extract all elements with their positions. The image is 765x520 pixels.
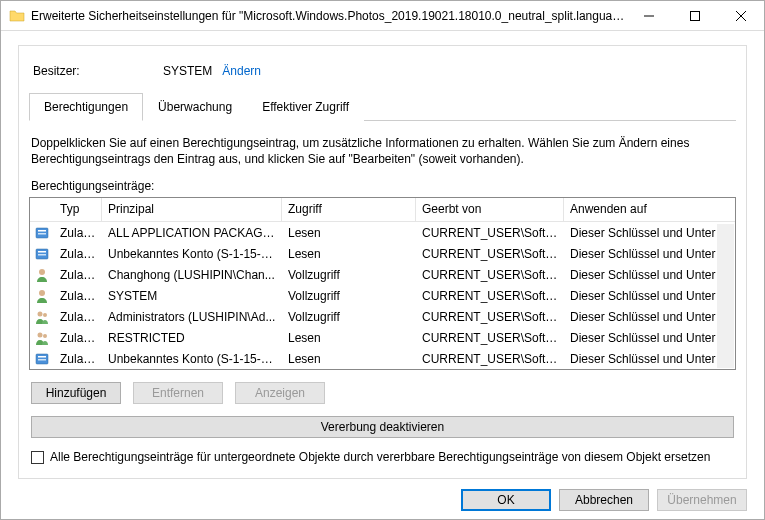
disable-inheritance-button[interactable]: Vererbung deaktivieren [31, 416, 734, 438]
cell-inherited: CURRENT_USER\Softw... [416, 287, 564, 305]
cell-inherited: CURRENT_USER\Softw... [416, 329, 564, 347]
ok-button[interactable]: OK [461, 489, 551, 511]
column-header-type[interactable]: Typ [54, 198, 102, 221]
cell-type: Zulas... [54, 245, 102, 263]
replace-children-checkbox[interactable] [31, 451, 44, 464]
table-row[interactable]: Zulas...ALL APPLICATION PACKAGESLesenCUR… [30, 222, 735, 243]
column-header-access[interactable]: Zugriff [282, 198, 416, 221]
cell-type: Zulas... [54, 350, 102, 368]
svg-point-13 [43, 313, 47, 317]
cell-inherited: CURRENT_USER\Softw... [416, 245, 564, 263]
svg-point-10 [39, 269, 45, 275]
cell-applies: Dieser Schlüssel und Unterschl... [564, 245, 735, 263]
table-row[interactable]: Zulas...Changhong (LUSHIPIN\Chan...Vollz… [30, 264, 735, 285]
cell-principal: SYSTEM [102, 287, 282, 305]
svg-rect-6 [38, 233, 46, 235]
cell-access: Lesen [282, 224, 416, 242]
instructions-text: Doppelklicken Sie auf einen Berechtigung… [31, 135, 734, 167]
tab-auditing[interactable]: Überwachung [143, 93, 247, 121]
remove-button: Entfernen [133, 382, 223, 404]
cell-type: Zulas... [54, 329, 102, 347]
cell-access: Lesen [282, 350, 416, 368]
cell-access: Vollzugriff [282, 287, 416, 305]
cell-type: Zulas... [54, 308, 102, 326]
close-button[interactable] [718, 1, 764, 31]
minimize-button[interactable] [626, 1, 672, 31]
table-row[interactable]: Zulas...Unbekanntes Konto (S-1-15-3...Le… [30, 348, 735, 369]
svg-rect-5 [38, 230, 46, 232]
cell-access: Lesen [282, 245, 416, 263]
svg-rect-8 [38, 251, 46, 253]
svg-point-15 [43, 334, 47, 338]
owner-change-link[interactable]: Ändern [222, 64, 261, 78]
tab-permissions[interactable]: Berechtigungen [29, 93, 143, 121]
maximize-button[interactable] [672, 1, 718, 31]
owner-label: Besitzer: [33, 64, 163, 78]
cell-principal: Changhong (LUSHIPIN\Chan... [102, 266, 282, 284]
column-header-applies[interactable]: Anwenden auf [564, 198, 735, 221]
cancel-button[interactable]: Abbrechen [559, 489, 649, 511]
svg-point-14 [38, 332, 43, 337]
table-row[interactable]: Zulas...Unbekanntes Konto (S-1-15-3...Le… [30, 243, 735, 264]
cell-applies: Dieser Schlüssel und Unterschl... [564, 224, 735, 242]
svg-rect-1 [691, 11, 700, 20]
security-settings-window: Erweiterte Sicherheitseinstellungen für … [0, 0, 765, 520]
cell-type: Zulas... [54, 287, 102, 305]
svg-rect-18 [38, 359, 46, 361]
principal-icon [30, 246, 54, 262]
tabs: Berechtigungen Überwachung Effektiver Zu… [29, 92, 736, 121]
titlebar: Erweiterte Sicherheitseinstellungen für … [1, 1, 764, 31]
table-row[interactable]: Zulas...Administrators (LUSHIPIN\Ad...Vo… [30, 306, 735, 327]
svg-rect-9 [38, 254, 46, 256]
cell-access: Vollzugriff [282, 266, 416, 284]
principal-icon [30, 288, 54, 304]
table-row[interactable]: Zulas...RESTRICTEDLesenCURRENT_USER\Soft… [30, 327, 735, 348]
principal-icon [30, 330, 54, 346]
view-button: Anzeigen [235, 382, 325, 404]
window-title: Erweiterte Sicherheitseinstellungen für … [31, 9, 626, 23]
svg-point-12 [38, 311, 43, 316]
tab-effective-access[interactable]: Effektiver Zugriff [247, 93, 364, 121]
cell-access: Vollzugriff [282, 308, 416, 326]
cell-principal: Administrators (LUSHIPIN\Ad... [102, 308, 282, 326]
cell-applies: Dieser Schlüssel und Unterschl... [564, 350, 735, 368]
permissions-table: Typ Prinzipal Zugriff Geerbt von Anwende… [29, 197, 736, 370]
cell-applies: Dieser Schlüssel und Unterschl... [564, 329, 735, 347]
principal-icon [30, 267, 54, 283]
cell-principal: Unbekanntes Konto (S-1-15-3... [102, 245, 282, 263]
dialog-buttons: OK Abbrechen Übernehmen [1, 479, 764, 520]
svg-point-11 [39, 290, 45, 296]
cell-applies: Dieser Schlüssel und Unterschl... [564, 266, 735, 284]
cell-type: Zulas... [54, 266, 102, 284]
cell-principal: ALL APPLICATION PACKAGES [102, 224, 282, 242]
column-header-principal[interactable]: Prinzipal [102, 198, 282, 221]
principal-icon [30, 351, 54, 367]
cell-principal: RESTRICTED [102, 329, 282, 347]
cell-type: Zulas... [54, 224, 102, 242]
cell-applies: Dieser Schlüssel und Unterschl... [564, 308, 735, 326]
folder-icon [9, 8, 25, 24]
cell-inherited: CURRENT_USER\Softw... [416, 350, 564, 368]
owner-value: SYSTEM [163, 64, 212, 78]
cell-access: Lesen [282, 329, 416, 347]
add-button[interactable]: Hinzufügen [31, 382, 121, 404]
apply-button: Übernehmen [657, 489, 747, 511]
cell-inherited: CURRENT_USER\Softw... [416, 308, 564, 326]
main-panel: Besitzer: SYSTEM Ändern Berechtigungen Ü… [18, 45, 747, 479]
table-row[interactable]: Zulas...SYSTEMVollzugriffCURRENT_USER\So… [30, 285, 735, 306]
principal-icon [30, 309, 54, 325]
principal-icon [30, 225, 54, 241]
vertical-scrollbar[interactable] [717, 224, 734, 368]
replace-children-label: Alle Berechtigungseinträge für untergeor… [50, 450, 710, 464]
cell-applies: Dieser Schlüssel und Unterschl... [564, 287, 735, 305]
cell-inherited: CURRENT_USER\Softw... [416, 266, 564, 284]
column-header-inherited[interactable]: Geerbt von [416, 198, 564, 221]
cell-principal: Unbekanntes Konto (S-1-15-3... [102, 350, 282, 368]
cell-inherited: CURRENT_USER\Softw... [416, 224, 564, 242]
svg-rect-17 [38, 356, 46, 358]
entries-label: Berechtigungseinträge: [31, 179, 734, 193]
